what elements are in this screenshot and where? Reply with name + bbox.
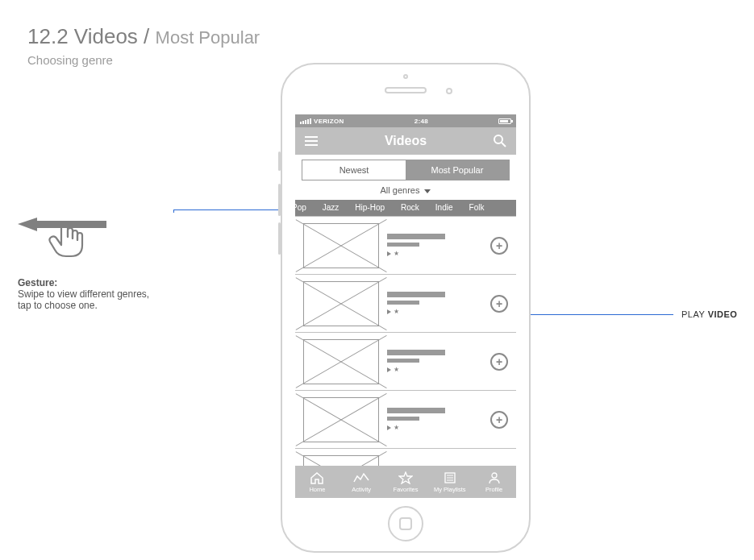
tab-bar: Home Activity Favorites My Playlists Pro… bbox=[295, 466, 516, 498]
play-icon bbox=[387, 367, 391, 372]
genre-tab[interactable]: Hip-Hop bbox=[347, 200, 393, 216]
tab-label: Home bbox=[309, 486, 325, 493]
svg-marker-7 bbox=[424, 189, 431, 193]
video-title-placeholder bbox=[387, 234, 445, 239]
video-title-placeholder bbox=[387, 350, 445, 355]
video-subtitle-placeholder bbox=[387, 417, 419, 421]
tab-my-playlists[interactable]: My Playlists bbox=[427, 466, 472, 498]
page-number: 12.2 bbox=[27, 24, 69, 48]
video-thumbnail[interactable] bbox=[303, 339, 379, 384]
video-thumbnail[interactable] bbox=[303, 223, 379, 268]
chevron-down-icon bbox=[424, 185, 431, 195]
tab-label: Activity bbox=[352, 486, 371, 493]
breadcrumb-sep: / bbox=[144, 24, 149, 48]
phone-mute-switch bbox=[278, 151, 281, 171]
add-button[interactable]: + bbox=[490, 353, 508, 371]
menu-icon[interactable] bbox=[303, 133, 319, 149]
list-item[interactable]: ★ + bbox=[295, 391, 516, 449]
nav-title: Videos bbox=[385, 134, 427, 148]
svg-rect-0 bbox=[37, 221, 106, 228]
add-button[interactable]: + bbox=[490, 237, 508, 255]
play-icon bbox=[387, 251, 391, 256]
gesture-label: Gesture: Swipe to view different genres,… bbox=[18, 277, 163, 311]
list-item[interactable]: ★ + bbox=[295, 217, 516, 275]
video-subtitle-placeholder bbox=[387, 359, 419, 363]
video-thumbnail[interactable] bbox=[303, 281, 379, 326]
video-thumbnail[interactable] bbox=[303, 397, 379, 442]
video-meta: ★ bbox=[387, 292, 482, 315]
star-icon: ★ bbox=[394, 308, 399, 315]
tab-favorites[interactable]: Favorites bbox=[384, 466, 428, 498]
tab-label: My Playlists bbox=[434, 486, 466, 493]
genre-tab[interactable]: Rock bbox=[393, 200, 427, 216]
breadcrumb: Most Popular bbox=[156, 27, 260, 48]
genre-tab[interactable]: Indie bbox=[427, 200, 461, 216]
star-icon: ★ bbox=[394, 250, 399, 257]
add-button[interactable]: + bbox=[490, 411, 508, 429]
battery-icon bbox=[498, 118, 511, 124]
tab-label: Profile bbox=[485, 486, 502, 493]
video-title-placeholder bbox=[387, 408, 445, 413]
play-icon bbox=[387, 425, 391, 430]
list-item[interactable]: ★ + bbox=[295, 333, 516, 391]
phone-camera-icon bbox=[446, 88, 452, 94]
genre-tab[interactable]: Pop bbox=[295, 200, 315, 216]
svg-point-5 bbox=[494, 135, 502, 143]
phone-volume-down bbox=[278, 222, 281, 255]
list-item[interactable]: ★ + bbox=[295, 275, 516, 333]
phone-sensor-icon bbox=[403, 74, 408, 79]
page-title-text: Videos bbox=[74, 24, 138, 48]
phone-frame: VERIZON 2:48 Videos Newest Most Popular … bbox=[281, 63, 531, 553]
phone-volume-up bbox=[278, 184, 281, 216]
video-subtitle-placeholder bbox=[387, 243, 419, 247]
activity-icon bbox=[353, 471, 369, 484]
svg-line-6 bbox=[502, 143, 506, 147]
phone-speaker-icon bbox=[385, 87, 427, 93]
tab-label: Favorites bbox=[394, 486, 419, 493]
clock: 2:48 bbox=[414, 118, 428, 125]
segment-most-popular[interactable]: Most Popular bbox=[406, 160, 509, 180]
star-icon bbox=[398, 471, 413, 484]
nav-bar: Videos bbox=[295, 127, 516, 155]
callout-play-video: PLAY VIDEO bbox=[681, 309, 737, 319]
segment-newest[interactable]: Newest bbox=[302, 160, 406, 180]
segment-control: Newest Most Popular bbox=[302, 160, 510, 180]
video-meta: ★ bbox=[387, 408, 482, 431]
screen: VERIZON 2:48 Videos Newest Most Popular … bbox=[295, 114, 516, 498]
video-subtitle-placeholder bbox=[387, 301, 419, 305]
svg-point-12 bbox=[492, 473, 497, 478]
signal-bars-icon bbox=[300, 118, 311, 124]
page-subtitle: Choosing genre bbox=[27, 53, 113, 67]
star-icon: ★ bbox=[394, 424, 399, 431]
home-icon bbox=[310, 471, 324, 484]
tab-profile[interactable]: Profile bbox=[472, 466, 516, 498]
carrier-label: VERIZON bbox=[314, 118, 344, 125]
genre-tab[interactable]: Folk bbox=[461, 200, 493, 216]
svg-marker-1 bbox=[18, 218, 37, 231]
genre-filter-dropdown[interactable]: All genres bbox=[295, 184, 516, 200]
video-meta: ★ bbox=[387, 350, 482, 373]
genre-strip[interactable]: Pop Jazz Hip-Hop Rock Indie Folk bbox=[295, 200, 516, 216]
search-icon[interactable] bbox=[492, 133, 508, 149]
tab-activity[interactable]: Activity bbox=[340, 466, 384, 498]
status-bar: VERIZON 2:48 bbox=[295, 114, 516, 127]
add-button[interactable]: + bbox=[490, 295, 508, 313]
genre-tab[interactable]: Jazz bbox=[315, 200, 348, 216]
tab-home[interactable]: Home bbox=[295, 466, 340, 498]
play-icon bbox=[387, 309, 391, 314]
star-icon: ★ bbox=[394, 366, 399, 373]
home-button[interactable] bbox=[388, 506, 423, 541]
swipe-gesture-icon bbox=[18, 218, 106, 266]
profile-icon bbox=[488, 471, 501, 484]
video-meta: ★ bbox=[387, 234, 482, 257]
video-title-placeholder bbox=[387, 292, 445, 297]
gesture-annotation: Gesture: Swipe to view different genres,… bbox=[18, 218, 163, 311]
page-title: 12.2 Videos / Most Popular bbox=[27, 24, 260, 49]
playlist-icon bbox=[444, 471, 456, 484]
video-list: ★ + ★ + ★ + bbox=[295, 216, 516, 498]
